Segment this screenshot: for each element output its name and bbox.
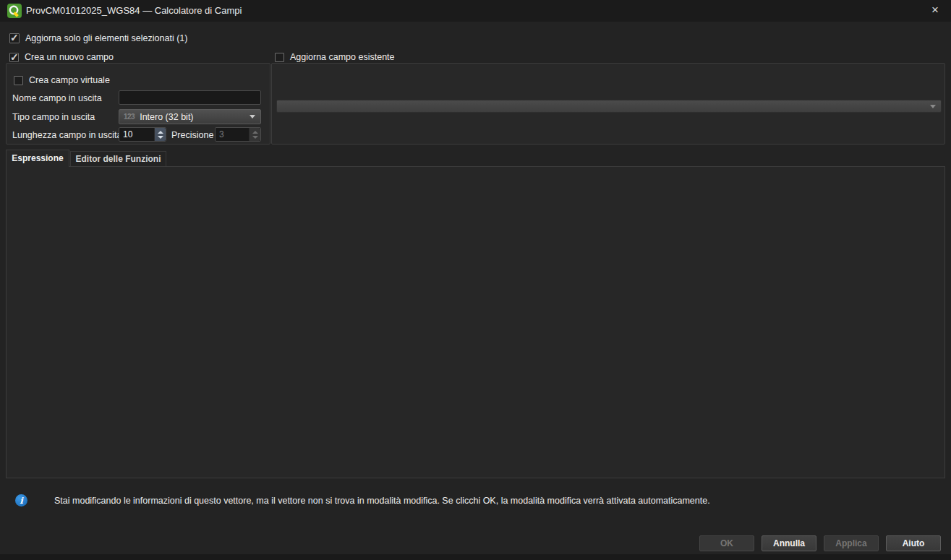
output-field-name-input[interactable] [119, 90, 261, 105]
spin-up-icon [252, 131, 258, 134]
output-field-length-label: Lunghezza campo in uscita [12, 130, 121, 140]
spinner-buttons [249, 128, 260, 141]
info-icon: i [15, 494, 27, 507]
output-field-type-select[interactable]: 123 Intero (32 bit) [119, 109, 261, 124]
checkbox-only-selected[interactable]: Aggiorna solo gli elementi selezionati (… [9, 33, 187, 44]
precision-value: 3 [216, 128, 249, 141]
checkbox-label: Crea un nuovo campo [25, 52, 114, 62]
existing-field-select [276, 100, 942, 113]
checkbox-box[interactable] [14, 76, 23, 85]
checkbox-update-existing[interactable]: Aggiorna campo esistente [275, 51, 395, 63]
dialog-bottom-edge [0, 554, 951, 560]
checkbox-label: Crea campo virtuale [29, 75, 110, 85]
close-icon[interactable]: × [919, 0, 951, 22]
annulla-button[interactable]: Annulla [762, 535, 816, 551]
checkbox-virtual-field[interactable]: Crea campo virtuale [14, 74, 110, 86]
aiuto-button[interactable]: Aiuto [886, 535, 941, 551]
spin-down-icon[interactable] [158, 136, 163, 139]
expression-tab-panel [6, 166, 945, 478]
output-field-type-value: Intero (32 bit) [140, 112, 193, 122]
existing-field-groupbox [271, 63, 945, 145]
tab-espressione[interactable]: Espressione [6, 150, 69, 167]
qgis-logo-icon [7, 4, 22, 18]
title-bar: ProvCM01012025_WGS84 — Calcolatore di Ca… [0, 0, 951, 22]
length-spinbox[interactable]: 10 [119, 127, 166, 142]
output-field-type-label: Tipo campo in uscita [12, 112, 95, 122]
tab-editor-funzioni[interactable]: Editor delle Funzioni [70, 151, 166, 167]
spin-up-icon[interactable] [158, 131, 163, 134]
chevron-down-icon [250, 115, 255, 119]
checkbox-box[interactable] [9, 53, 19, 62]
spinner-buttons[interactable] [154, 128, 166, 141]
ok-button: OK [699, 535, 754, 551]
checkbox-box[interactable] [275, 53, 284, 62]
checkbox-label: Aggiorna solo gli elementi selezionati (… [25, 33, 187, 43]
new-field-groupbox: Crea campo virtuale Nome campo in uscita… [6, 63, 270, 145]
window-title: ProvCM01012025_WGS84 — Calcolatore di Ca… [26, 0, 242, 22]
precision-label: Precisione [171, 130, 213, 140]
spin-down-icon [252, 136, 258, 139]
checkbox-create-new-field[interactable]: Crea un nuovo campo [9, 51, 114, 63]
integer-type-icon: 123 [124, 113, 135, 121]
checkbox-label: Aggiorna campo esistente [290, 52, 395, 62]
chevron-down-icon [930, 105, 936, 108]
length-value: 10 [119, 128, 154, 141]
checkbox-box[interactable] [9, 33, 20, 43]
field-calculator-dialog: ProvCM01012025_WGS84 — Calcolatore di Ca… [0, 0, 951, 560]
output-field-name-label: Nome campo in uscita [12, 93, 102, 103]
edit-mode-warning-text: Stai modificando le informazioni di ques… [54, 496, 850, 506]
precision-spinbox: 3 [215, 127, 261, 142]
applica-button: Applica [824, 535, 879, 551]
